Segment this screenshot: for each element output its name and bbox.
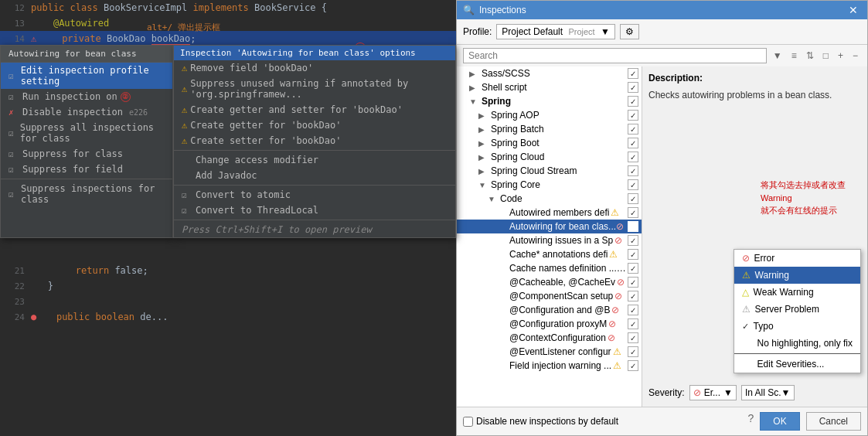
menu-edit-inspection[interactable]: ☑ Edit inspection profile setting <box>1 63 172 89</box>
menu-suppress-inspections[interactable]: ☑ Suppress inspections for class <box>1 181 172 207</box>
disable-new-inspections-checkbox[interactable] <box>463 417 473 427</box>
menu-change-access[interactable]: Change access modifier <box>174 152 455 168</box>
aop-checkbox[interactable] <box>628 110 638 121</box>
cloud-checkbox[interactable] <box>628 152 638 162</box>
tree-item-spring-cloud[interactable]: Spring Cloud <box>457 150 642 164</box>
tree-item-componentscan[interactable]: @ComponentScan setup⊘ <box>457 289 642 303</box>
copy-icon[interactable]: □ <box>820 49 832 63</box>
tree-item-autowired-members[interactable]: Autowired members defi⚠ <box>457 206 642 220</box>
add-icon[interactable]: + <box>835 49 846 63</box>
sev-weak-warning[interactable]: △ Weak Warning <box>734 284 860 301</box>
ok-button[interactable]: OK <box>760 412 799 431</box>
tree-item-shell[interactable]: Shell script <box>457 80 642 94</box>
shell-expand[interactable] <box>469 83 480 92</box>
sev-no-highlight[interactable]: No highlighting, only fix <box>734 335 860 352</box>
sev-error[interactable]: ⊘ Error <box>734 250 860 267</box>
sort-icon[interactable]: ≡ <box>788 49 800 63</box>
menu-create-setter[interactable]: ⚠ Create setter for 'bookDao' <box>174 133 455 148</box>
sev-typo[interactable]: ✓ Typo <box>734 318 860 335</box>
tree-item-autowiring-bean[interactable]: Autowiring for bean clas...⊘ <box>457 220 642 233</box>
code-line-23: 23 <box>0 294 456 309</box>
menu-remove-field[interactable]: ⚠ Remove field 'bookDao' <box>174 60 455 76</box>
cache-annotations-checkbox[interactable] <box>628 249 638 260</box>
menu-create-getter[interactable]: ⚠ Create getter for 'bookDao' <box>174 118 455 133</box>
boot-expand[interactable] <box>478 139 489 148</box>
sass-expand[interactable] <box>469 70 480 78</box>
cacheable-checkbox[interactable] <box>628 277 638 288</box>
menu-disable-inspection[interactable]: ✗ Disable inspection e226 <box>1 104 172 120</box>
sev-edit-severities[interactable]: Edit Severities... <box>734 356 860 373</box>
severity-dropdown[interactable]: ⊘ Er... ▼ <box>689 385 737 400</box>
eventlistener-checkbox[interactable] <box>628 346 638 357</box>
field-injection-checkbox[interactable] <box>628 360 638 371</box>
code-checkbox[interactable] <box>628 193 638 204</box>
tree-item-spring-core[interactable]: Spring Core <box>457 178 642 192</box>
tree-item-spring-cloud-stream[interactable]: Spring Cloud Stream <box>457 164 642 178</box>
tree-item-autowiring-issues[interactable]: Autowiring issues in a Sp⊘ <box>457 233 642 247</box>
autowired-members-checkbox[interactable] <box>628 207 638 218</box>
menu-suppress-unused[interactable]: ⚠ Suppress unused warning if annotated b… <box>174 76 455 102</box>
code-expand[interactable] <box>488 195 499 203</box>
tree-item-config-proxy[interactable]: @Configuration proxyM⊘ <box>457 317 642 331</box>
left-context-menu[interactable]: Autowiring for bean class ☑ Edit inspect… <box>0 45 173 238</box>
core-expand[interactable] <box>478 181 489 189</box>
menu-run-inspection[interactable]: ☑ Run inspection on ② <box>1 89 172 104</box>
configuration-checkbox[interactable] <box>628 305 638 315</box>
cloud-expand[interactable] <box>478 153 489 162</box>
cache-names-checkbox[interactable] <box>628 263 638 274</box>
sev-warning[interactable]: ⚠ Warning <box>734 267 860 284</box>
tree-item-field-injection[interactable]: Field injection warning ...⚠ <box>457 359 642 373</box>
scope-dropdown[interactable]: In All Sc.▼ <box>741 385 795 400</box>
spring-expand[interactable] <box>469 97 480 106</box>
tree-item-context-config[interactable]: @ContextConfiguration⊘ <box>457 331 642 345</box>
batch-expand[interactable] <box>478 125 489 134</box>
menu-create-getter-setter[interactable]: ⚠ Create getter and setter for 'bookDao' <box>174 102 455 118</box>
core-checkbox[interactable] <box>628 179 638 190</box>
autowiring-issues-checkbox[interactable] <box>628 235 638 246</box>
tree-item-spring-batch[interactable]: Spring Batch <box>457 122 642 136</box>
batch-checkbox[interactable] <box>628 124 638 135</box>
tree-item-eventlistener[interactable]: @EventListener configur⚠ <box>457 345 642 359</box>
shell-checkbox[interactable] <box>628 82 638 93</box>
aop-expand[interactable] <box>478 111 489 120</box>
menu-convert-threadlocal[interactable]: ☑ Convert to ThreadLocal <box>174 203 455 218</box>
cloud-stream-expand[interactable] <box>478 167 489 175</box>
dialog-toolbar: Profile: Project Default Project ▼ ⚙ <box>457 19 867 45</box>
profile-select[interactable]: Project Default Project ▼ <box>496 24 615 39</box>
tree-item-sass[interactable]: Sass/SCSS <box>457 66 642 80</box>
menu-suppress-all[interactable]: ☑ Suppress all inspections for class <box>1 120 172 146</box>
menu-suppress-class[interactable]: ☑ Suppress for class <box>1 146 172 162</box>
dialog-footer: Disable new inspections by default ? OK … <box>457 407 867 435</box>
disable-label: Disable new inspections by default <box>476 416 618 427</box>
tree-item-spring-boot[interactable]: Spring Boot <box>457 136 642 150</box>
tree-item-cache-names[interactable]: Cache names definition ...⚠ <box>457 261 642 275</box>
sass-checkbox[interactable] <box>628 68 638 79</box>
tree-item-cache-annotations[interactable]: Cache* annotations defi⚠ <box>457 247 642 261</box>
cloud-stream-checkbox[interactable] <box>628 165 638 176</box>
tree-item-configuration[interactable]: @Configuration and @B⊘ <box>457 303 642 317</box>
cancel-button[interactable]: Cancel <box>806 412 861 431</box>
settings-button[interactable]: ⚙ <box>620 24 639 39</box>
spring-checkbox[interactable] <box>628 96 638 107</box>
sev-server-problem[interactable]: ⚠ Server Problem <box>734 301 860 318</box>
menu-convert-atomic[interactable]: ☑ Convert to atomic <box>174 187 455 203</box>
tree-item-spring[interactable]: Spring <box>457 94 642 108</box>
tree-item-spring-aop[interactable]: Spring AOP <box>457 108 642 122</box>
search-input[interactable] <box>463 48 767 63</box>
typo-check: ✓ <box>742 322 749 332</box>
context-config-checkbox[interactable] <box>628 332 638 343</box>
menu-add-javadoc[interactable]: Add Javadoc <box>174 168 455 183</box>
componentscan-checkbox[interactable] <box>628 291 638 301</box>
minus-icon[interactable]: − <box>849 49 861 63</box>
help-button[interactable]: ? <box>748 412 754 431</box>
autowiring-bean-checkbox[interactable] <box>628 221 638 232</box>
menu-suppress-field[interactable]: ☑ Suppress for field <box>1 162 172 177</box>
tree-item-code[interactable]: Code <box>457 192 642 206</box>
boot-checkbox[interactable] <box>628 138 638 148</box>
right-context-menu[interactable]: Inspection 'Autowiring for bean class' o… <box>173 45 456 238</box>
close-button[interactable]: ✕ <box>846 4 861 16</box>
tree-item-cacheable[interactable]: @Cacheable, @CacheEv⊘ <box>457 275 642 289</box>
expand-icon[interactable]: ⇅ <box>803 49 817 63</box>
config-proxy-checkbox[interactable] <box>628 318 638 329</box>
filter-icon[interactable]: ▼ <box>770 49 785 63</box>
